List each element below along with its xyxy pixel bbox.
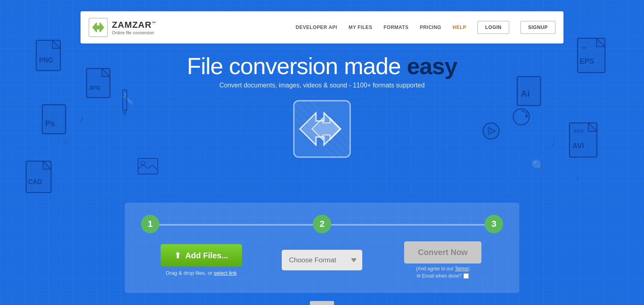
header: ZAMZAR™ Online file conversion DEVELOPER… [80, 11, 564, 44]
scroll-indicator [310, 301, 334, 305]
step1-circle: 1 [141, 215, 159, 233]
upload-icon: ⬆ [174, 251, 181, 260]
ps-icon: Ps [40, 103, 70, 137]
step2-area: Choose Format MP4 MP3 PDF JPG PNG AVI MO… [262, 250, 382, 270]
svg-text:Ai: Ai [521, 89, 530, 99]
svg-marker-17 [123, 110, 127, 115]
svg-text:≡≡≡: ≡≡≡ [574, 128, 584, 134]
nav: DEVELOPER API MY FILES FORMATS PRICING H… [295, 21, 555, 34]
svg-marker-19 [525, 114, 528, 117]
logo-name: ZAMZAR™ [112, 20, 156, 30]
logo-text: ZAMZAR™ Online file conversion [112, 20, 156, 35]
step3-area: Convert Now (And agree to our Terms) ✉ E… [382, 241, 503, 279]
image-icon-left [137, 157, 159, 175]
step1-area: ⬆ Add Files... Drag & drop files, or sel… [141, 244, 262, 276]
hero-section: File conversion made easy Convert docume… [0, 52, 644, 89]
refresh-icon [511, 107, 531, 127]
terms-text: (And agree to our Terms) [416, 266, 469, 272]
nav-help[interactable]: HELP [452, 25, 466, 30]
signup-button[interactable]: SIGNUP [520, 21, 555, 34]
music-note-icon: ♪ [78, 113, 84, 126]
select-link[interactable]: select link [214, 270, 237, 276]
drag-drop-text: Drag & drop files, or select link [166, 270, 237, 276]
music-note2-icon: ♫ [62, 137, 69, 147]
hero-title: File conversion made easy [0, 52, 644, 79]
nav-formats[interactable]: FORMATS [384, 25, 409, 30]
email-row: ✉ Email when done? [417, 273, 469, 279]
steps-row: 1 2 3 [141, 215, 503, 233]
svg-marker-24 [93, 23, 104, 32]
add-files-button[interactable]: ⬆ Add Files... [161, 244, 242, 267]
logo-tagline: Online file conversion [112, 30, 156, 35]
search-icon: 🔍 [531, 159, 545, 172]
hero-subtitle: Convert documents, images, videos & soun… [0, 82, 644, 89]
choose-format-select[interactable]: Choose Format MP4 MP3 PDF JPG PNG AVI MO… [282, 250, 362, 270]
play-circle-icon [481, 121, 501, 141]
conversion-panel: 1 2 3 ⬆ Add Files... Drag & drop files, … [125, 203, 519, 293]
music-note3-icon: ♩ [551, 137, 555, 148]
terms-link[interactable]: Terms [455, 266, 468, 272]
cad-icon: CAD [24, 159, 56, 195]
svg-rect-16 [123, 90, 127, 110]
svg-text:CAD: CAD [28, 178, 42, 185]
nav-my-files[interactable]: MY FILES [349, 25, 372, 30]
svg-text:AVI: AVI [572, 142, 584, 150]
step3-circle: 3 [485, 215, 503, 233]
logo-icon [89, 18, 108, 37]
pencil-icon [119, 88, 131, 116]
email-checkbox[interactable] [463, 273, 469, 279]
nav-developer-api[interactable]: DEVELOPER API [295, 25, 337, 30]
music-note4-icon: ♪ [575, 173, 580, 184]
center-zamzar-icon [290, 97, 354, 161]
login-button[interactable]: LOGIN [477, 21, 509, 34]
avi-icon: ≡≡≡ AVI [568, 121, 604, 161]
nav-pricing[interactable]: PRICING [420, 25, 442, 30]
step2-circle: 2 [313, 215, 331, 233]
actions-row: ⬆ Add Files... Drag & drop files, or sel… [141, 241, 503, 279]
svg-text:Ps: Ps [45, 119, 55, 128]
convert-now-button[interactable]: Convert Now [404, 241, 481, 264]
svg-text:✂: ✂ [582, 45, 587, 52]
logo[interactable]: ZAMZAR™ Online file conversion [89, 18, 156, 37]
